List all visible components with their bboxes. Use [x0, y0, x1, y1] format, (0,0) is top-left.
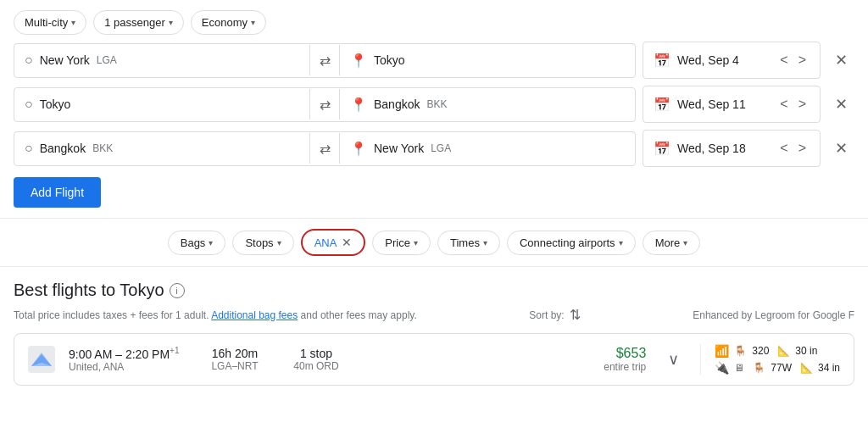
sort-by-container: Sort by: ⇅ [529, 307, 580, 323]
flight-2-from[interactable]: ○ Tokyo [14, 88, 309, 120]
flight-2-date-next[interactable]: > [795, 95, 810, 114]
filter-airline-close[interactable]: ✕ [342, 236, 352, 249]
passengers-dropdown[interactable]: 1 passenger ▾ [93, 10, 184, 35]
origin-circle-icon: ○ [25, 53, 33, 68]
filter-stops-chevron: ▾ [277, 238, 281, 247]
power-icon: 🔌 [715, 361, 729, 375]
price-amount: $653 [604, 346, 646, 361]
flight-time-range: 9:00 AM – 2:20 PM+1 [69, 346, 187, 361]
filter-times-label: Times [450, 236, 480, 249]
sort-by-label: Sort by: [529, 309, 564, 321]
flight-3-from-city: Bangkok [40, 142, 86, 155]
flight-row-2: ○ Tokyo ⇄ 📍 Bangkok BKK 📅 Wed, Sep 11 < … [14, 86, 854, 123]
flight-3-date-segment[interactable]: 📅 Wed, Sep 18 < > [643, 130, 821, 167]
flight-result-row: 9:00 AM – 2:20 PM+1 United, ANA 16h 20m … [14, 333, 854, 386]
filter-more-label: More [655, 236, 681, 249]
flight-row-1: ○ New York LGA ⇄ 📍 Tokyo 📅 Wed, Sep 4 < … [14, 42, 854, 79]
flight-1-remove-button[interactable]: ✕ [827, 47, 854, 74]
flight-3-remove-button[interactable]: ✕ [827, 135, 854, 162]
flight-price: $653 entire trip [604, 346, 646, 373]
flight-1-from-code: LGA [97, 54, 117, 66]
results-title: Best flights to Tokyo [14, 281, 164, 300]
flight-1-location-segment: ○ New York LGA ⇄ 📍 Tokyo [14, 43, 636, 78]
route-text: LGA–NRT [201, 360, 269, 372]
flight-2-location-segment: ○ Tokyo ⇄ 📍 Bangkok BKK [14, 87, 636, 122]
top-bar: Multi-city ▾ 1 passenger ▾ Economy ▾ [0, 0, 868, 42]
filter-price[interactable]: Price ▾ [372, 231, 431, 255]
filter-times[interactable]: Times ▾ [437, 231, 500, 255]
flight-2-from-city: Tokyo [40, 97, 71, 111]
amenity-screen-icon: 🖥 [734, 362, 744, 374]
destination-pin-icon-3: 📍 [350, 141, 367, 157]
flight-2-date-segment[interactable]: 📅 Wed, Sep 11 < > [643, 86, 821, 123]
flight-1-date-segment[interactable]: 📅 Wed, Sep 4 < > [643, 42, 821, 79]
amenity-legroom-2: 📐 [800, 362, 813, 374]
flight-3-from[interactable]: ○ Bangkok BKK [14, 132, 309, 164]
stops-detail-text: 40m ORD [282, 360, 350, 372]
cabin-class-dropdown[interactable]: Economy ▾ [191, 10, 266, 35]
add-flight-button[interactable]: Add Flight [14, 177, 101, 208]
filter-connecting[interactable]: Connecting airports ▾ [507, 231, 636, 255]
filter-bags-label: Bags [181, 236, 206, 249]
destination-pin-icon-2: 📍 [350, 97, 367, 113]
flights-form: ○ New York LGA ⇄ 📍 Tokyo 📅 Wed, Sep 4 < … [0, 42, 868, 218]
amenity-wifi: 📶 🪑 320 📐 30 in [715, 344, 840, 358]
trip-type-chevron: ▾ [71, 18, 75, 27]
expand-button[interactable]: ∨ [659, 346, 687, 373]
enhanced-text: Enhanced by Legroom for Google F [693, 309, 854, 321]
flight-2-to-code: BKK [426, 98, 447, 110]
flight-3-to[interactable]: 📍 New York LGA [340, 132, 635, 165]
filter-price-chevron: ▾ [414, 238, 418, 247]
enhanced-label: Enhanced by Legroom for Google F [693, 309, 854, 321]
cabin-class-label: Economy [202, 16, 248, 29]
flight-2-remove-button[interactable]: ✕ [827, 91, 854, 118]
filter-price-label: Price [385, 236, 410, 249]
filter-times-chevron: ▾ [483, 238, 487, 247]
flight-2-to-city: Bangkok [374, 97, 420, 111]
results-info-icon[interactable]: i [170, 283, 185, 298]
flight-3-to-city: New York [374, 142, 424, 155]
flight-2-date-nav: < > [776, 95, 810, 114]
flight-3-date-next[interactable]: > [795, 139, 810, 158]
results-meta-text: Total price includes taxes + fees for 1 … [14, 309, 417, 321]
filter-connecting-label: Connecting airports [520, 236, 615, 249]
duration-text: 16h 20m [201, 347, 269, 360]
amenity-seats-1-val: 320 [752, 345, 769, 357]
flight-3-swap-button[interactable]: ⇄ [309, 133, 340, 164]
flight-3-date-nav: < > [776, 139, 810, 158]
flight-1-swap-button[interactable]: ⇄ [309, 45, 340, 75]
filter-airline[interactable]: ANA ✕ [301, 229, 366, 256]
flight-1-from[interactable]: ○ New York LGA [14, 44, 309, 76]
results-meta-prefix: Total price includes taxes + fees for 1 … [14, 309, 209, 321]
filter-bags[interactable]: Bags ▾ [168, 231, 226, 255]
cabin-class-chevron: ▾ [251, 18, 255, 27]
filter-stops[interactable]: Stops ▾ [232, 231, 293, 255]
flight-1-date-prev[interactable]: < [776, 51, 791, 69]
airline-logo [28, 346, 55, 373]
calendar-icon-1: 📅 [654, 53, 670, 69]
filters-bar: Bags ▾ Stops ▾ ANA ✕ Price ▾ Times ▾ Con… [0, 218, 868, 266]
trip-type-label: Multi-city [25, 16, 68, 29]
filter-more[interactable]: More ▾ [643, 231, 701, 255]
amenity-legroom-2-val: 34 in [818, 362, 840, 374]
passengers-label: 1 passenger [104, 16, 165, 29]
flight-1-to[interactable]: 📍 Tokyo [340, 44, 635, 77]
bag-fees-link[interactable]: Additional bag fees [211, 309, 298, 321]
flight-2-date: Wed, Sep 11 [677, 97, 770, 111]
flight-1-from-city: New York [40, 53, 90, 67]
flight-3-date-prev[interactable]: < [776, 139, 791, 158]
sort-icon[interactable]: ⇅ [570, 307, 581, 323]
flight-3-from-code: BKK [92, 142, 113, 154]
price-label: entire trip [604, 361, 646, 373]
flight-2-swap-button[interactable]: ⇄ [309, 89, 340, 120]
flight-times: 9:00 AM – 2:20 PM+1 United, ANA [69, 346, 187, 373]
filter-airline-label: ANA [314, 236, 337, 249]
flight-1-date-next[interactable]: > [795, 51, 810, 69]
trip-type-dropdown[interactable]: Multi-city ▾ [14, 10, 86, 35]
flight-2-date-prev[interactable]: < [776, 95, 791, 114]
flight-3-to-code: LGA [431, 142, 451, 154]
amenity-legroom-1-val: 30 in [795, 345, 817, 357]
calendar-icon-2: 📅 [654, 97, 670, 113]
flight-2-to[interactable]: 📍 Bangkok BKK [340, 88, 635, 121]
flight-1-date-nav: < > [776, 51, 810, 69]
